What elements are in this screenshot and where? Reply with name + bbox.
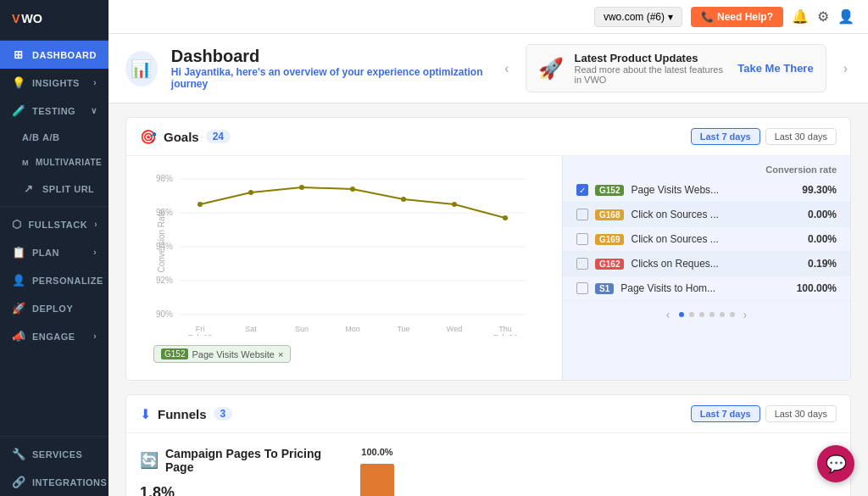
sidebar-item-deploy[interactable]: 🚀 Deploy <box>0 294 108 322</box>
goal-checkbox-4[interactable] <box>576 282 588 294</box>
legend-chip-id: G152 <box>161 348 188 359</box>
prev-page-button[interactable]: ‹ <box>663 308 674 321</box>
sidebar-item-personalize[interactable]: 👤 Personalize <box>0 266 108 294</box>
goal-tag-0: G152 <box>595 185 624 196</box>
funnels-body: 🔄 Campaign Pages To Pricing Page 1.8% Co… <box>126 433 850 496</box>
sidebar-item-label: Services <box>32 449 82 460</box>
legend-chip-close[interactable]: × <box>278 349 283 359</box>
sidebar-item-dashboard[interactable]: ⊞ Dashboard <box>0 41 108 69</box>
funnel-title: 🔄 Campaign Pages To Pricing Page <box>140 447 326 474</box>
goal-checkbox-0[interactable]: ✓ <box>576 184 588 196</box>
svg-text:Sun: Sun <box>295 325 309 333</box>
chevron-right-icon: › <box>93 248 97 257</box>
settings-icon[interactable]: ⚙ <box>817 8 829 25</box>
chat-button[interactable]: 💬 <box>817 445 854 482</box>
account-selector[interactable]: vwo.com (#6) ▾ <box>594 7 682 27</box>
funnel-bar-group-0: 100.0% Track Visits on ... <box>343 447 411 496</box>
sidebar-item-label: InsighTs <box>32 78 80 88</box>
svg-text:Thu: Thu <box>498 325 512 333</box>
sidebar-item-multivariate[interactable]: M Multivariate <box>0 150 108 175</box>
sidebar-item-label: Integrations <box>32 477 107 488</box>
goals-table: Conversion rate ✓ G152 Page Visits Webs.… <box>562 156 850 380</box>
sidebar-item-plan[interactable]: 📋 PLAN › <box>0 238 108 266</box>
legend-chip[interactable]: G152 Page Visits Website × <box>153 345 291 363</box>
funnel-conversion-stat: 1.8% Conversion Rate <box>140 484 326 496</box>
sidebar-item-ab[interactable]: A/B A/B <box>0 125 108 150</box>
bar-pct-0: 100.0% <box>361 447 392 457</box>
sidebar: V WO ⊞ Dashboard 💡 InsighTs › 🧪 Testing … <box>0 0 108 496</box>
goals-pagination: ‹ › <box>563 301 850 328</box>
prev-update-button[interactable]: ‹ <box>501 61 512 76</box>
funnels-7days-button[interactable]: Last 7 days <box>691 405 760 422</box>
funnels-time-controls: Last 7 days Last 30 days <box>691 405 837 422</box>
deploy-icon: 🚀 <box>12 302 25 315</box>
page-dot-1[interactable] <box>679 312 684 317</box>
need-help-button[interactable]: 📞 Need Help? <box>691 7 783 27</box>
svg-text:Tue: Tue <box>397 325 409 333</box>
funnels-count-badge: 3 <box>214 407 233 421</box>
svg-point-23 <box>299 185 304 190</box>
app-logo[interactable]: V WO <box>0 0 108 41</box>
goals-count-badge: 24 <box>206 130 231 143</box>
goal-name-2: Click on Sources ... <box>631 233 801 245</box>
sidebar-item-label: Deploy <box>32 304 73 314</box>
sidebar-item-engage[interactable]: 📣 Engage › <box>0 322 108 350</box>
svg-point-21 <box>198 202 203 207</box>
goals-7days-button[interactable]: Last 7 days <box>691 128 760 145</box>
goals-chart-svg: 98% 96% 94% 92% 90% Fri Feb 18 <box>140 166 548 336</box>
goal-tag-3: G162 <box>595 259 624 270</box>
svg-text:Mon: Mon <box>345 325 360 333</box>
page-dot-4[interactable] <box>709 312 715 317</box>
svg-text:V: V <box>12 12 20 25</box>
sidebar-item-label: Personalize <box>32 276 103 286</box>
goals-section: 🎯 Goals 24 Last 7 days Last 30 days Conv… <box>125 117 851 381</box>
bell-icon[interactable]: 🔔 <box>792 8 809 25</box>
funnels-section: ⬇ Funnels 3 Last 7 days Last 30 days 🔄 C… <box>125 394 851 496</box>
next-update-button[interactable]: › <box>840 61 851 76</box>
goal-checkbox-3[interactable] <box>576 258 588 270</box>
goals-30days-button[interactable]: Last 30 days <box>765 128 837 145</box>
sidebar-item-label: Testing <box>32 106 75 116</box>
integrations-icon: 🔗 <box>12 476 25 488</box>
page-dot-6[interactable] <box>730 312 735 317</box>
goals-table-header: Conversion rate <box>563 156 850 178</box>
main-body: 🎯 Goals 24 Last 7 days Last 30 days Conv… <box>108 103 868 496</box>
sidebar-item-testing[interactable]: 🧪 Testing ∨ <box>0 97 108 125</box>
sidebar-item-label: Multivariate <box>36 158 102 167</box>
sidebar-item-services[interactable]: 🔧 Services <box>0 440 108 468</box>
funnels-30days-button[interactable]: Last 30 days <box>765 405 837 422</box>
goal-checkbox-2[interactable] <box>576 233 588 245</box>
product-update-text: Latest Product Updates Read more about t… <box>574 52 727 85</box>
goal-tag-1: G168 <box>595 209 624 220</box>
funnels-title: Funnels <box>158 407 207 421</box>
sidebar-item-spliturl[interactable]: ↗ Split URL <box>0 175 108 203</box>
page-dot-5[interactable] <box>720 312 725 317</box>
take-me-there-button[interactable]: Take Me There <box>737 62 813 75</box>
goals-row-4: S1 Page Visits to Hom... 100.00% <box>563 276 850 301</box>
sidebar-item-label: Dashboard <box>32 50 97 60</box>
chart-yaxis-label: Conversion Rate <box>157 209 166 272</box>
goals-title: Goals <box>164 130 199 144</box>
page-title: Dashboard <box>171 47 487 66</box>
services-icon: 🔧 <box>12 448 25 460</box>
spliturl-icon: ↗ <box>22 182 36 195</box>
page-dot-2[interactable] <box>689 312 694 317</box>
goals-row-2: G169 Click on Sources ... 0.00% <box>563 227 850 252</box>
svg-point-27 <box>503 215 508 220</box>
chevron-down-icon: ∨ <box>91 106 97 115</box>
topbar: vwo.com (#6) ▾ 📞 Need Help? 🔔 ⚙ 👤 <box>108 0 868 34</box>
sidebar-item-insights[interactable]: 💡 InsighTs › <box>0 69 108 97</box>
sidebar-item-fullstack[interactable]: ⬡ FULLSTACK › <box>0 210 108 238</box>
user-icon[interactable]: 👤 <box>837 8 854 25</box>
page-subtitle: Hi Jayantika, here's an overview of your… <box>171 66 487 90</box>
goal-checkbox-1[interactable] <box>576 209 588 220</box>
goals-chart: Conversion Rate 98% 96% 94% 92% 90% <box>126 156 562 380</box>
update-description: Read more about the latest features in V… <box>574 64 727 85</box>
svg-text:WO: WO <box>21 12 42 25</box>
svg-text:98%: 98% <box>156 174 173 183</box>
chat-icon: 💬 <box>826 454 847 474</box>
next-page-button[interactable]: › <box>740 308 751 321</box>
sidebar-item-integrations[interactable]: 🔗 Integrations <box>0 468 108 496</box>
page-dot-3[interactable] <box>699 312 704 317</box>
funnel-card: 🔄 Campaign Pages To Pricing Page 1.8% Co… <box>140 447 837 496</box>
